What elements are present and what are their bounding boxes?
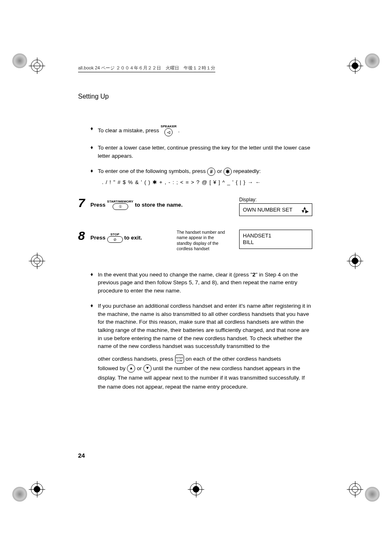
corner-ornament — [12, 487, 27, 502]
text: other cordless handsets, press — [98, 356, 175, 362]
step-number: 7 — [78, 197, 90, 209]
label: INTER COM — [175, 357, 184, 362]
handset-note: The handset number and name appear in th… — [177, 230, 230, 252]
bullet-change-name: ♦ In the event that you need to change t… — [90, 271, 312, 295]
text: To enter one of the following symbols, p… — [98, 168, 207, 174]
crop-mark — [349, 483, 361, 495]
up-arrow-button-icon: ▲ — [127, 364, 135, 373]
bullet-lowercase: ♦ To enter a lower case letter, continue… — [90, 144, 312, 160]
text: repeatedly: — [233, 168, 261, 174]
display-box: OWN NUMBER SET ▲▼▶ — [239, 203, 312, 216]
bullet-diamond-icon: ♦ — [90, 302, 98, 350]
start-memory-button-icon: START/MEMORY ① — [107, 200, 134, 210]
corner-ornament — [365, 487, 380, 502]
bullet-diamond-icon: ♦ — [90, 125, 98, 136]
text: followed by — [98, 365, 127, 371]
text: until the number of the new cordless han… — [153, 365, 265, 371]
book-header: all.book 24 ページ ２００４年６月２２日 火曜日 午後１２時１分 — [78, 65, 215, 72]
corner-ornament — [365, 53, 380, 68]
down-arrow-button-icon: ▼ — [143, 364, 152, 373]
text: or — [217, 168, 224, 174]
bullet-diamond-icon: ♦ — [90, 144, 98, 160]
bullet-symbols: ♦ To enter one of the following symbols,… — [90, 167, 312, 175]
display-text: BILL — [243, 239, 254, 245]
crop-mark — [349, 60, 361, 72]
section-title: Setting Up — [78, 93, 312, 100]
step-number: 8 — [78, 230, 90, 242]
corner-ornament — [12, 53, 27, 68]
text: Press — [90, 201, 107, 207]
text: If you purchase an additional cordless h… — [98, 302, 312, 350]
bullet-clear-mistake: ♦ To clear a mistake, press SPEAKER ◁ . — [90, 125, 312, 136]
intercom-button-icon: INTER COM — [175, 355, 184, 364]
symbols-list: . / ! " # $ % & ' ( ) ✱ + , - : ; < = > … — [102, 179, 312, 185]
text: In the event that you need to change the… — [98, 272, 252, 278]
label: START/MEMORY — [107, 200, 134, 203]
text: or — [137, 365, 143, 371]
bullet-additional-handset: ♦ If you purchase an additional cordless… — [90, 302, 312, 350]
text: To enter a lower case letter, continue p… — [98, 144, 312, 160]
star-button-icon: ✱ — [224, 168, 232, 176]
text: on each of the other cordless handsets — [185, 356, 281, 362]
crop-mark — [31, 483, 43, 495]
text: To clear a mistake, press — [98, 127, 161, 134]
display-box: HANDSET1 BILL — [239, 230, 312, 249]
label: STOP — [107, 233, 123, 236]
crop-mark — [31, 255, 43, 267]
display-text: OWN NUMBER SET — [243, 207, 293, 213]
text: . — [178, 127, 180, 134]
updown-arrows-icon: ▲▼▶ — [301, 206, 309, 214]
crop-mark — [190, 483, 202, 495]
stop-button-icon: STOP ⊘ — [107, 233, 123, 243]
display-text: HANDSET1 — [243, 233, 271, 239]
bullet-diamond-icon: ♦ — [90, 167, 98, 175]
text: to store the name. — [135, 201, 182, 207]
crop-mark — [31, 60, 43, 72]
speaker-button-icon: SPEAKER ◁ — [161, 125, 177, 136]
text-bold: 2 — [252, 272, 256, 278]
bullet-diamond-icon: ♦ — [90, 271, 98, 295]
page-number: 24 — [78, 452, 85, 459]
hash-button-icon: # — [207, 168, 215, 176]
display-label: Display: — [239, 197, 312, 203]
label: SPEAKER — [161, 125, 177, 128]
text: Press — [90, 234, 107, 240]
crop-mark — [349, 255, 361, 267]
text: to exit. — [124, 234, 142, 240]
